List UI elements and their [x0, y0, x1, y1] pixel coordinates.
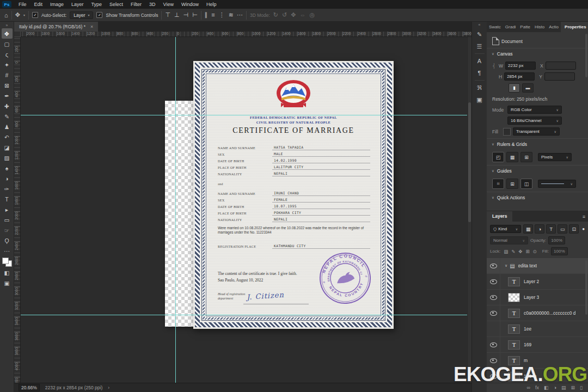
- eye-icon[interactable]: [490, 295, 497, 300]
- fill-swatch[interactable]: [503, 128, 511, 136]
- toggle-rulers-icon[interactable]: ◰: [492, 152, 504, 162]
- move-tool-icon[interactable]: ✥: [15, 11, 20, 19]
- panel-collapse-icon[interactable]: «: [479, 22, 481, 28]
- align-top-edges-icon[interactable]: ⊤: [165, 11, 170, 19]
- auto-select-checkbox[interactable]: ✓: [32, 12, 38, 18]
- brush-settings-icon[interactable]: ✎: [474, 28, 486, 40]
- color-mode-dropdown[interactable]: RGB Color ∨: [507, 106, 562, 114]
- lock-artboard-icon[interactable]: ⊞: [524, 249, 530, 254]
- menu-view[interactable]: View: [160, 0, 177, 9]
- menu-file[interactable]: File: [15, 0, 30, 9]
- show-transform-checkbox[interactable]: ✓: [96, 12, 102, 18]
- menu-3d[interactable]: 3D: [145, 0, 160, 9]
- section-guides[interactable]: ∨Guides: [487, 165, 588, 176]
- spot-healing-brush-tool[interactable]: ✚: [2, 101, 13, 111]
- align-vertical-centers-icon[interactable]: ⊥: [174, 11, 180, 19]
- distribute-even-icon[interactable]: ≋: [229, 11, 234, 19]
- menu-select[interactable]: Select: [106, 0, 127, 9]
- distribute-horizontally-icon[interactable]: ∥: [205, 11, 208, 19]
- frame-tool[interactable]: ⊠: [2, 80, 13, 90]
- path-selection-tool[interactable]: ▸: [2, 204, 13, 215]
- scrollbar-thumb[interactable]: [468, 102, 471, 222]
- tab-actio[interactable]: Actio: [547, 22, 561, 32]
- tab-layers[interactable]: Layers: [487, 211, 512, 222]
- eye-icon[interactable]: [490, 311, 497, 316]
- ruler-units-dropdown[interactable]: Pixels∨: [538, 153, 572, 161]
- visibility-cell[interactable]: [487, 290, 500, 305]
- layer-row[interactable]: ∨▤edita text: [487, 258, 588, 274]
- filter-type-layers-icon[interactable]: T: [546, 224, 556, 234]
- filter-pixel-layers-icon[interactable]: ▦: [523, 224, 533, 234]
- bit-depth-dropdown[interactable]: 16 Bits/Channel ∨: [507, 117, 562, 125]
- crop-tool[interactable]: #: [2, 70, 13, 80]
- status-chevron-icon[interactable]: ›: [108, 385, 109, 390]
- menu-filter[interactable]: Filter: [127, 0, 145, 9]
- link-dimensions-icon[interactable]: ⎨: [492, 63, 497, 69]
- ruler-origin-box[interactable]: [14, 32, 21, 37]
- paragraph-panel-icon[interactable]: ¶: [474, 67, 486, 79]
- filter-toggle-icon[interactable]: ●: [582, 226, 585, 231]
- layer-row[interactable]: T169: [487, 337, 588, 353]
- toggle-grid-icon[interactable]: ▦: [506, 152, 518, 162]
- menu-image[interactable]: Image: [46, 0, 68, 9]
- lasso-tool[interactable]: ς: [2, 49, 13, 59]
- eye-icon[interactable]: [490, 342, 497, 347]
- rectangle-tool[interactable]: ▭: [2, 215, 13, 225]
- lock-pixels-icon[interactable]: ✎: [510, 249, 516, 254]
- eyedropper-tool[interactable]: ✒: [2, 90, 13, 101]
- libraries-panel-icon[interactable]: ▣: [474, 94, 486, 106]
- layer-row[interactable]: T1ee: [487, 321, 588, 337]
- history-brush-tool[interactable]: ↶: [2, 132, 13, 142]
- zoom-level-input[interactable]: 20.66%: [19, 384, 40, 391]
- toolbar-collapse-icon[interactable]: »: [6, 22, 8, 28]
- align-right-edges-icon[interactable]: ⊢: [192, 11, 198, 19]
- rectangular-marquee-tool[interactable]: ▢: [2, 39, 13, 49]
- layer-row[interactable]: TLayer 2: [487, 274, 588, 290]
- lock-transparency-icon[interactable]: ▨: [503, 249, 509, 254]
- panel-scrollbar[interactable]: [585, 34, 587, 77]
- distribute-vertically-icon[interactable]: ≡: [211, 11, 215, 19]
- layer-row[interactable]: Layer 3: [487, 290, 588, 305]
- blend-mode-dropdown[interactable]: Normal ∨: [490, 236, 528, 244]
- screen-mode-icon[interactable]: ▣: [2, 278, 13, 288]
- vertical-scrollbar[interactable]: [467, 37, 471, 383]
- horizontal-guide[interactable]: [21, 115, 467, 115]
- distribute-spacing-icon[interactable]: ⋮: [219, 11, 225, 19]
- chevron-down-icon[interactable]: ▾: [23, 13, 25, 17]
- eye-icon[interactable]: [490, 279, 497, 284]
- menu-window[interactable]: Window: [177, 0, 203, 9]
- layer-filter-dropdown[interactable]: Ϙ Kind ∨: [490, 225, 521, 233]
- foreground-color-swatch[interactable]: [2, 258, 9, 264]
- orientation-portrait-button[interactable]: ▮: [509, 83, 520, 93]
- menu-edit[interactable]: Edit: [30, 0, 47, 9]
- guide-style-dropdown[interactable]: ∨: [538, 180, 576, 188]
- filter-adjustment-layers-icon[interactable]: ◑: [535, 224, 544, 234]
- brushes-icon[interactable]: ☰: [474, 40, 486, 52]
- visibility-cell[interactable]: [487, 305, 500, 321]
- layers-scrollbar[interactable]: [585, 260, 587, 315]
- lock-guides-icon[interactable]: ◫: [520, 179, 532, 189]
- visibility-cell[interactable]: [487, 337, 500, 352]
- close-icon[interactable]: ×: [90, 24, 93, 29]
- type-tool[interactable]: T: [2, 194, 13, 204]
- lock-position-icon[interactable]: ✥: [517, 249, 523, 254]
- canvas[interactable]: FEDERAL DEMOCRATIC REPUBLIC OF NEPAL CIV…: [21, 37, 467, 383]
- glyphs-panel-icon[interactable]: ℜ: [474, 82, 486, 94]
- tab-patte[interactable]: Patte: [518, 22, 532, 32]
- opacity-input[interactable]: 100%: [548, 236, 565, 244]
- move-tool[interactable]: ✥: [2, 28, 13, 39]
- edit-toolbar-icon[interactable]: ⋯: [2, 246, 13, 256]
- color-swatches[interactable]: [2, 258, 12, 267]
- clone-stamp-tool[interactable]: ♟: [2, 121, 13, 132]
- tab-properties[interactable]: Properties: [561, 22, 588, 32]
- filter-shape-layers-icon[interactable]: ▭: [558, 224, 567, 234]
- eye-icon[interactable]: [490, 358, 497, 363]
- horizontal-guide[interactable]: [21, 315, 467, 315]
- home-icon[interactable]: ⌂: [4, 12, 8, 19]
- gradient-tool[interactable]: ▨: [2, 152, 13, 163]
- vertical-ruler[interactable]: 2000200400600800100012001400160018002000…: [14, 37, 21, 383]
- visibility-cell[interactable]: [487, 274, 500, 289]
- brush-tool[interactable]: ✎: [2, 111, 13, 121]
- blur-tool[interactable]: ♠: [2, 163, 13, 173]
- orientation-landscape-button[interactable]: ▬: [522, 83, 534, 93]
